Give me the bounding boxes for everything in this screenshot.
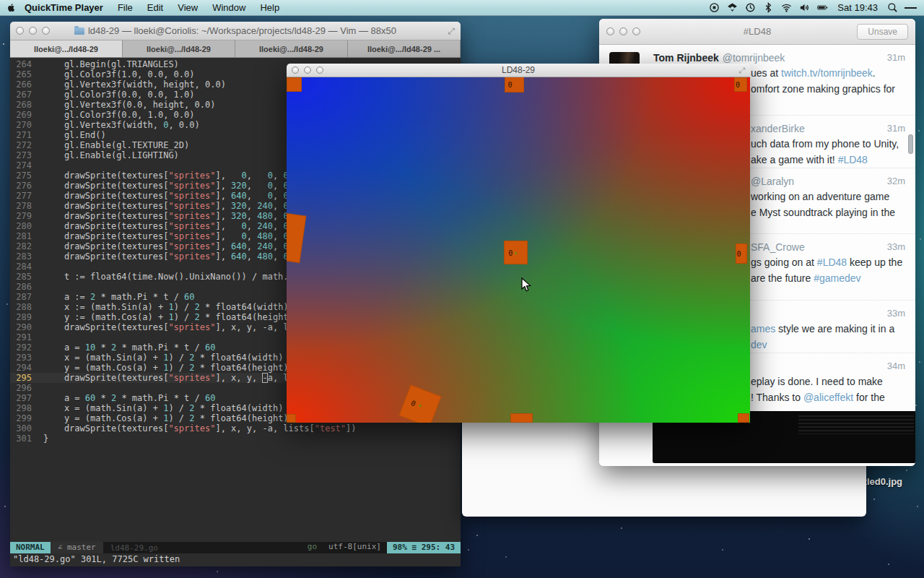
terminal-window-title: ld48-29 — lloeki@Coriolis: ~/Workspace/p…: [10, 25, 461, 36]
folder-proxy-icon[interactable]: [74, 27, 84, 35]
game-sprite-6: 0: [736, 243, 747, 264]
volume-icon[interactable]: [798, 2, 811, 14]
tweet-link[interactable]: dev: [751, 339, 767, 350]
twitter-title-bar[interactable]: #LD48 Unsave: [599, 19, 915, 45]
notification-center-icon[interactable]: [905, 2, 917, 14]
terminal-tab-2[interactable]: lloeki@.../ld48-29: [123, 40, 235, 57]
code-line-300: 300 drawSprite(textures["sprites"], x, y…: [10, 423, 461, 434]
game-sprite-1: [287, 77, 302, 92]
spotlight-search-icon[interactable]: [886, 2, 899, 14]
menu-file[interactable]: File: [110, 2, 140, 13]
menu-bar-clock[interactable]: Sat 19:43: [834, 2, 881, 13]
terminal-tab-3[interactable]: lloeki@.../ld48-29: [235, 40, 348, 57]
tweet-timestamp: 31m: [887, 52, 905, 63]
menu-items: FileEditViewWindowHelp: [110, 2, 287, 13]
statusline-filename: ld48-29.go: [103, 543, 165, 553]
game-sprite-7: 0+: [398, 384, 441, 423]
tweet-link[interactable]: #gamedev: [814, 272, 860, 284]
menu-edit[interactable]: Edit: [140, 2, 170, 13]
game-sprite-8: [287, 414, 296, 423]
tweet-text-line: gs going on at #LD48 keep up the: [751, 254, 905, 270]
menu-bar-status-area: Sat 19:43: [708, 2, 924, 14]
terminal-title-bar[interactable]: ld48-29 — lloeki@Coriolis: ~/Workspace/p…: [10, 22, 461, 40]
sprite-center-marker: +: [287, 233, 287, 241]
menu-view[interactable]: View: [170, 2, 205, 13]
menu-bar: QuickTime Player FileEditViewWindowHelp …: [0, 0, 924, 16]
terminal-tab-bar: lloeki@.../ld48-29lloeki@.../ld48-29lloe…: [10, 40, 461, 58]
game-sprite-5: 0+: [504, 241, 528, 264]
game-sprite-4: 0+: [287, 211, 306, 263]
unsave-button[interactable]: Unsave: [857, 24, 908, 40]
tweet-text-line: uch data from my phone to Unity,: [751, 136, 905, 152]
tweet-link[interactable]: ames: [751, 323, 775, 335]
tweet-link[interactable]: twitch.tv/tomrijnbeek: [781, 67, 873, 79]
apple-menu-icon[interactable]: [0, 2, 22, 13]
vim-message-line: "ld48-29.go" 301L, 7725C written: [10, 553, 461, 566]
time-machine-icon[interactable]: [744, 2, 757, 14]
wifi-icon[interactable]: [780, 2, 793, 14]
screen-recording-stop-icon[interactable]: [708, 2, 720, 14]
tweet-text-line: working on an adventure game: [751, 189, 905, 204]
mouse-cursor: [521, 277, 532, 296]
sprite-frame-number: 0: [508, 80, 513, 88]
tweet-timestamp: 33m: [887, 308, 905, 319]
code-line-301: 301}: [10, 434, 461, 444]
tweet-author-handle[interactable]: @Laralyn: [751, 176, 794, 187]
tweet-link[interactable]: @aliceffekt: [803, 392, 853, 403]
tweet-text-line: ! Thanks to @aliceffekt for the: [751, 389, 905, 405]
sprite-frame-number: 0: [736, 81, 740, 89]
tweet-text-line: ames style we are making it in a: [751, 321, 905, 337]
cursor-position-indicator: 98% ≡ 295: 43: [387, 542, 461, 553]
tweet-link[interactable]: #LD48: [838, 154, 868, 165]
sprite-center-marker: +: [514, 249, 518, 256]
battery-icon[interactable]: [816, 2, 829, 14]
tweet-timestamp: 31m: [887, 123, 905, 134]
tweet-text-line: ues at twitch.tv/tomrijnbeek.: [751, 65, 905, 81]
tweet-timestamp: 34m: [887, 361, 905, 371]
tweet-author-handle[interactable]: @tomrijnbeek: [723, 52, 785, 64]
vim-mode-indicator: NORMAL: [10, 542, 51, 553]
vim-statusline: NORMAL ∠ master ld48-29.go go utf-8[unix…: [10, 542, 461, 553]
sprite-frame-number: 0: [736, 250, 741, 258]
tweet-text-line: e Myst soundtrack playing in the: [751, 204, 905, 220]
game-canvas[interactable]: 000+0+00+: [287, 77, 750, 423]
desktop-file-label[interactable]: itled0.jpg: [861, 476, 902, 487]
game-title-bar[interactable]: LD48-29 ⤢: [287, 64, 750, 77]
menu-help[interactable]: Help: [253, 2, 287, 13]
game-sprite-2: 0: [505, 77, 524, 92]
bluetooth-icon[interactable]: [762, 2, 775, 14]
sprite-frame-number: 0: [508, 249, 513, 256]
game-window-title: LD48-29: [287, 65, 750, 75]
sprite-center-marker: +: [417, 402, 424, 410]
terminal-tab-1[interactable]: lloeki@.../ld48-29: [10, 40, 123, 57]
git-branch-indicator: ∠ master: [51, 542, 103, 553]
sprite-frame-number: 0: [410, 399, 417, 407]
dropbox-icon[interactable]: [726, 2, 738, 14]
fullscreen-icon[interactable]: ⤢: [738, 66, 745, 75]
active-app-name[interactable]: QuickTime Player: [25, 2, 103, 13]
game-sprite-9: [510, 413, 533, 423]
tweet-text-line: eplay is done. I need to make: [751, 374, 905, 389]
encoding-indicator: utf-8[unix]: [323, 542, 387, 553]
tweet-text-line: dev: [751, 337, 905, 353]
game-window: LD48-29 ⤢ 000+0+00+: [287, 64, 750, 423]
fullscreen-icon[interactable]: ⤢: [448, 26, 455, 36]
tweet-author-handle[interactable]: xanderBirke: [751, 123, 805, 134]
tweet-text-line: are the future #gamedev: [751, 270, 905, 286]
tweet-text-line: ake a game with it! #LD48: [751, 152, 905, 168]
filetype-indicator: go: [302, 542, 323, 553]
game-sprite-10: [738, 413, 749, 423]
tweet-text-line: omfort zone making graphics for: [751, 81, 905, 97]
menu-window[interactable]: Window: [205, 2, 253, 13]
game-sprite-3: 0: [734, 77, 747, 92]
image-terminal-text: [798, 415, 914, 434]
terminal-tab-4[interactable]: lloeki@.../ld48-29 ...: [348, 40, 461, 57]
tweet-timestamp: 32m: [887, 176, 905, 186]
tweet-timestamp: 33m: [887, 241, 905, 252]
scrollbar-thumb[interactable]: [908, 134, 913, 154]
tweet-link[interactable]: #LD48: [817, 256, 847, 268]
tweet-author-handle[interactable]: SFA_Crowe: [751, 241, 805, 253]
tweet-author-name[interactable]: Tom Rijnbeek: [653, 52, 719, 64]
